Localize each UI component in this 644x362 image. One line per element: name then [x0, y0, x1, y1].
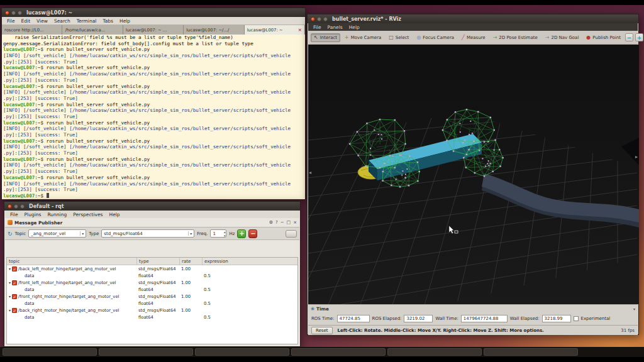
checkbox-checked-icon[interactable]: ✓	[12, 280, 17, 285]
close-button[interactable]	[5, 11, 9, 15]
menu-item-edit[interactable]: Edit	[21, 18, 31, 24]
close-icon[interactable]: ×	[293, 220, 297, 225]
reset-button[interactable]: Reset	[311, 327, 333, 334]
table-row-child[interactable]: datafloat640.5	[7, 286, 297, 293]
terminal-tab[interactable]: lucasw@L007: ~×	[245, 25, 305, 35]
expression-cell: 0.5	[202, 287, 297, 292]
spinner-arrows-icon[interactable]: ▴▾	[224, 230, 226, 238]
time-field-value[interactable]: 3219.02	[404, 315, 433, 322]
menu-item-perspectives[interactable]: Perspectives	[73, 212, 103, 217]
tool-2d-pose-estimate[interactable]: →2D Pose Estimate	[490, 33, 541, 42]
menu-item-plugins[interactable]: Plugins	[25, 212, 42, 217]
tool-interact[interactable]: ↖Interact	[311, 33, 340, 42]
add-tool-button[interactable]: +	[635, 33, 643, 41]
time-panel-header[interactable]: ◉ Time ▾	[308, 304, 638, 312]
time-field-value[interactable]: 3218.99	[542, 315, 571, 322]
column-header-topic[interactable]: topic	[7, 258, 136, 265]
tool-measure[interactable]: ╱Measure	[458, 33, 489, 42]
terminal-tab[interactable]: lucasw@L007: ~ ...	[123, 25, 184, 35]
tool-move-camera[interactable]: +Move Camera	[341, 33, 384, 42]
checkbox-checked-icon[interactable]: ✓	[12, 266, 17, 272]
tool-focus-camera[interactable]: ◎Focus Camera	[413, 33, 457, 42]
minimize-button[interactable]	[317, 17, 321, 21]
freq-spinner[interactable]: 1 ▴▾	[210, 229, 226, 238]
menu-item-running[interactable]: Running	[47, 212, 67, 217]
3d-scene[interactable]	[308, 45, 639, 304]
refresh-icon[interactable]: ↻	[8, 231, 13, 237]
float-icon[interactable]: □	[287, 220, 291, 225]
expander-icon[interactable]: ▾	[9, 308, 11, 312]
taskbar-item[interactable]	[387, 348, 482, 356]
menu-item-file[interactable]: File	[7, 18, 15, 24]
column-header-expression[interactable]: expression	[202, 258, 297, 265]
checkbox-checked-icon[interactable]: ✓	[12, 294, 17, 299]
menu-item-file[interactable]: File	[10, 212, 18, 217]
terminal-tab[interactable]: lucasw@L007: ~/.../	[184, 25, 244, 35]
time-field-value[interactable]: 1479647724.88	[461, 315, 508, 322]
table-row[interactable]: ▾✓/front_right_motor_hinge/target_ang_mo…	[7, 293, 297, 300]
minimize-icon[interactable]: −	[280, 220, 284, 225]
help-icon[interactable]: ?	[275, 220, 278, 225]
menu-item-view[interactable]: View	[36, 18, 48, 24]
table-row[interactable]: ▾✓/back_right_motor_hinge/target_ang_mot…	[7, 307, 297, 314]
rqt-client-area: Message Publisher ⚙?−□× ↻ Topic _ang_mot…	[5, 218, 299, 346]
terminal-tab[interactable]: roscore http://L0...	[2, 25, 62, 35]
minimize-button[interactable]	[11, 11, 16, 15]
rviz-titlebar[interactable]: bullet_server.rviz* - RViz	[308, 14, 638, 23]
minimize-button[interactable]	[14, 204, 18, 209]
terminal-output[interactable]: raise SerializationError('field %s must …	[2, 35, 305, 199]
taskbar-item[interactable]	[3, 348, 97, 356]
menu-item-panels[interactable]: Panels	[328, 25, 343, 30]
column-header-rate[interactable]: rate	[179, 258, 202, 265]
menu-item-help[interactable]: Help	[119, 18, 130, 24]
maximize-button[interactable]	[20, 204, 25, 209]
toolbar-extra-button[interactable]	[286, 230, 297, 238]
expander-icon[interactable]: ▾	[9, 294, 11, 299]
table-row-child[interactable]: datafloat640.5	[7, 314, 297, 321]
expander-icon[interactable]: ▾	[9, 280, 11, 285]
table-row[interactable]: ▾✓/back_left_motor_hinge/target_ang_moto…	[7, 265, 297, 272]
table-row-child[interactable]: datafloat640.5	[7, 272, 297, 279]
menu-item-search[interactable]: Search	[54, 18, 70, 24]
experimental-checkbox[interactable]	[574, 316, 579, 321]
table-row[interactable]: ▾✓/front_left_motor_hinge/target_ang_mot…	[7, 279, 297, 286]
taskbar-item[interactable]	[291, 348, 386, 356]
menu-item-terminal[interactable]: Terminal	[77, 18, 97, 24]
close-button[interactable]	[8, 204, 12, 209]
rqt-titlebar[interactable]: Default - rqt	[4, 202, 300, 211]
collapse-right-panel-icon[interactable]: ▸	[635, 155, 638, 160]
gear-icon[interactable]: ⚙	[269, 220, 273, 225]
tool-select[interactable]: □Select	[386, 33, 412, 42]
table-row-child[interactable]: datafloat640.5	[7, 300, 297, 307]
command-text: :~$ rosrun bullet_server soft_vehicle.py	[35, 156, 150, 162]
time-field-value[interactable]: 47724.85	[337, 315, 370, 322]
tool-publish-point[interactable]: ●Publish Point	[583, 33, 624, 42]
add-publisher-button[interactable]: +	[237, 229, 246, 238]
menu-item-help[interactable]: Help	[109, 212, 120, 217]
tool-label: Publish Point	[592, 35, 621, 40]
menu-item-tabs[interactable]: Tabs	[103, 18, 113, 24]
menu-item-help[interactable]: Help	[349, 25, 360, 30]
column-header-type[interactable]: type	[136, 258, 179, 265]
expander-icon[interactable]: ▾	[9, 266, 11, 271]
close-button[interactable]	[311, 17, 315, 21]
collapse-left-panel-icon[interactable]: ◂	[309, 170, 311, 175]
remove-publisher-button[interactable]: −	[248, 229, 257, 238]
terminal-tab[interactable]: /home/lucasw/ca...	[62, 25, 123, 35]
checkbox-checked-icon[interactable]: ✓	[12, 308, 17, 313]
maximize-button[interactable]	[323, 17, 328, 21]
topic-combobox[interactable]: _ang_motor_vel ▾	[28, 229, 86, 238]
type-combobox[interactable]: std_msgs/Float64 ▾	[101, 229, 194, 238]
terminal-titlebar[interactable]: lucasw@L007: ~	[2, 8, 305, 17]
maximize-button[interactable]	[18, 11, 22, 15]
remove-tool-button[interactable]: −	[625, 33, 633, 41]
message-publisher-dock-header[interactable]: Message Publisher ⚙?−□×	[5, 218, 299, 227]
menu-item-file[interactable]: File	[313, 25, 321, 30]
collapse-panel-icon[interactable]: ▾	[633, 307, 635, 311]
taskbar-item[interactable]	[195, 348, 289, 356]
3d-viewport[interactable]: ◂ ▸	[308, 45, 639, 304]
taskbar-item[interactable]	[484, 348, 578, 356]
tab-close-icon[interactable]: ×	[298, 27, 302, 33]
taskbar-item[interactable]	[99, 348, 193, 356]
tool-2d-nav-goal[interactable]: →2D Nav Goal	[542, 33, 582, 42]
